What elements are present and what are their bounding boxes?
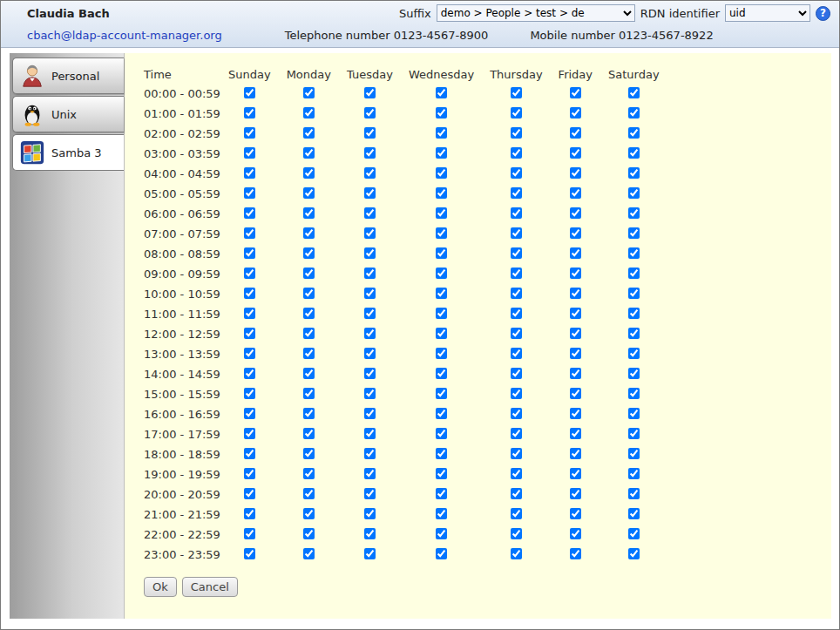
logon-hour-checkbox[interactable] (628, 187, 640, 199)
logon-hour-checkbox[interactable] (511, 268, 522, 279)
suffix-select[interactable]: demo > People > test > de (437, 4, 635, 22)
logon-hour-checkbox[interactable] (303, 488, 315, 499)
logon-hour-checkbox[interactable] (628, 428, 640, 439)
logon-hour-checkbox[interactable] (628, 87, 640, 98)
logon-hour-checkbox[interactable] (364, 388, 376, 399)
logon-hour-checkbox[interactable] (303, 187, 315, 199)
logon-hour-checkbox[interactable] (570, 548, 581, 559)
logon-hour-checkbox[interactable] (364, 348, 376, 359)
logon-hour-checkbox[interactable] (303, 268, 315, 279)
logon-hour-checkbox[interactable] (364, 247, 376, 259)
logon-hour-checkbox[interactable] (436, 408, 447, 419)
logon-hour-checkbox[interactable] (436, 207, 447, 219)
logon-hour-checkbox[interactable] (628, 388, 640, 399)
logon-hour-checkbox[interactable] (436, 528, 447, 539)
logon-hour-checkbox[interactable] (244, 288, 255, 299)
logon-hour-checkbox[interactable] (436, 328, 447, 339)
logon-hour-checkbox[interactable] (364, 328, 376, 339)
logon-hour-checkbox[interactable] (244, 428, 255, 439)
logon-hour-checkbox[interactable] (436, 548, 447, 559)
logon-hour-checkbox[interactable] (570, 87, 581, 98)
logon-hour-checkbox[interactable] (628, 468, 640, 479)
logon-hour-checkbox[interactable] (570, 207, 581, 219)
logon-hour-checkbox[interactable] (364, 548, 376, 559)
logon-hour-checkbox[interactable] (436, 227, 447, 239)
tab-personal[interactable]: Personal (12, 58, 124, 94)
logon-hour-checkbox[interactable] (436, 368, 447, 379)
logon-hour-checkbox[interactable] (436, 428, 447, 439)
logon-hour-checkbox[interactable] (628, 488, 640, 499)
logon-hour-checkbox[interactable] (628, 147, 640, 159)
logon-hour-checkbox[interactable] (244, 328, 255, 339)
logon-hour-checkbox[interactable] (511, 127, 522, 139)
logon-hour-checkbox[interactable] (244, 127, 255, 139)
logon-hour-checkbox[interactable] (244, 147, 255, 159)
logon-hour-checkbox[interactable] (570, 147, 581, 159)
logon-hour-checkbox[interactable] (436, 107, 447, 119)
logon-hour-checkbox[interactable] (244, 227, 255, 239)
tab-unix[interactable]: Unix (12, 96, 124, 132)
help-icon[interactable]: ? (816, 6, 830, 21)
logon-hour-checkbox[interactable] (303, 288, 315, 299)
logon-hour-checkbox[interactable] (628, 548, 640, 559)
logon-hour-checkbox[interactable] (628, 308, 640, 319)
logon-hour-checkbox[interactable] (628, 508, 640, 519)
logon-hour-checkbox[interactable] (303, 548, 315, 559)
logon-hour-checkbox[interactable] (511, 227, 522, 239)
logon-hour-checkbox[interactable] (511, 167, 522, 179)
logon-hour-checkbox[interactable] (570, 508, 581, 519)
logon-hour-checkbox[interactable] (511, 288, 522, 299)
tab-samba3[interactable]: Samba 3 (12, 134, 124, 171)
logon-hour-checkbox[interactable] (511, 488, 522, 499)
logon-hour-checkbox[interactable] (303, 448, 315, 459)
logon-hour-checkbox[interactable] (436, 288, 447, 299)
logon-hour-checkbox[interactable] (244, 488, 255, 499)
logon-hour-checkbox[interactable] (303, 247, 315, 259)
logon-hour-checkbox[interactable] (570, 187, 581, 199)
logon-hour-checkbox[interactable] (303, 348, 315, 359)
logon-hour-checkbox[interactable] (628, 408, 640, 419)
logon-hour-checkbox[interactable] (570, 308, 581, 319)
logon-hour-checkbox[interactable] (628, 328, 640, 339)
logon-hour-checkbox[interactable] (303, 508, 315, 519)
logon-hour-checkbox[interactable] (364, 468, 376, 479)
logon-hour-checkbox[interactable] (303, 368, 315, 379)
logon-hour-checkbox[interactable] (244, 107, 255, 119)
logon-hour-checkbox[interactable] (436, 268, 447, 279)
logon-hour-checkbox[interactable] (570, 227, 581, 239)
logon-hour-checkbox[interactable] (628, 247, 640, 259)
logon-hour-checkbox[interactable] (628, 167, 640, 179)
logon-hour-checkbox[interactable] (244, 308, 255, 319)
logon-hour-checkbox[interactable] (436, 127, 447, 139)
logon-hour-checkbox[interactable] (244, 388, 255, 399)
logon-hour-checkbox[interactable] (570, 107, 581, 119)
logon-hour-checkbox[interactable] (364, 528, 376, 539)
logon-hour-checkbox[interactable] (570, 428, 581, 439)
logon-hour-checkbox[interactable] (364, 268, 376, 279)
logon-hour-checkbox[interactable] (436, 388, 447, 399)
logon-hour-checkbox[interactable] (511, 388, 522, 399)
logon-hour-checkbox[interactable] (628, 127, 640, 139)
logon-hour-checkbox[interactable] (303, 528, 315, 539)
logon-hour-checkbox[interactable] (436, 308, 447, 319)
logon-hour-checkbox[interactable] (436, 87, 447, 98)
logon-hour-checkbox[interactable] (303, 107, 315, 119)
logon-hour-checkbox[interactable] (244, 187, 255, 199)
logon-hour-checkbox[interactable] (570, 247, 581, 259)
logon-hour-checkbox[interactable] (511, 528, 522, 539)
logon-hour-checkbox[interactable] (303, 408, 315, 419)
logon-hour-checkbox[interactable] (303, 167, 315, 179)
logon-hour-checkbox[interactable] (303, 147, 315, 159)
logon-hour-checkbox[interactable] (511, 548, 522, 559)
logon-hour-checkbox[interactable] (364, 488, 376, 499)
logon-hour-checkbox[interactable] (511, 508, 522, 519)
logon-hour-checkbox[interactable] (436, 488, 447, 499)
logon-hour-checkbox[interactable] (570, 348, 581, 359)
logon-hour-checkbox[interactable] (511, 187, 522, 199)
cancel-button[interactable]: Cancel (182, 577, 238, 597)
rdn-identifier-select[interactable]: uid (725, 4, 810, 22)
logon-hour-checkbox[interactable] (364, 187, 376, 199)
logon-hour-checkbox[interactable] (511, 428, 522, 439)
logon-hour-checkbox[interactable] (436, 468, 447, 479)
logon-hour-checkbox[interactable] (364, 167, 376, 179)
